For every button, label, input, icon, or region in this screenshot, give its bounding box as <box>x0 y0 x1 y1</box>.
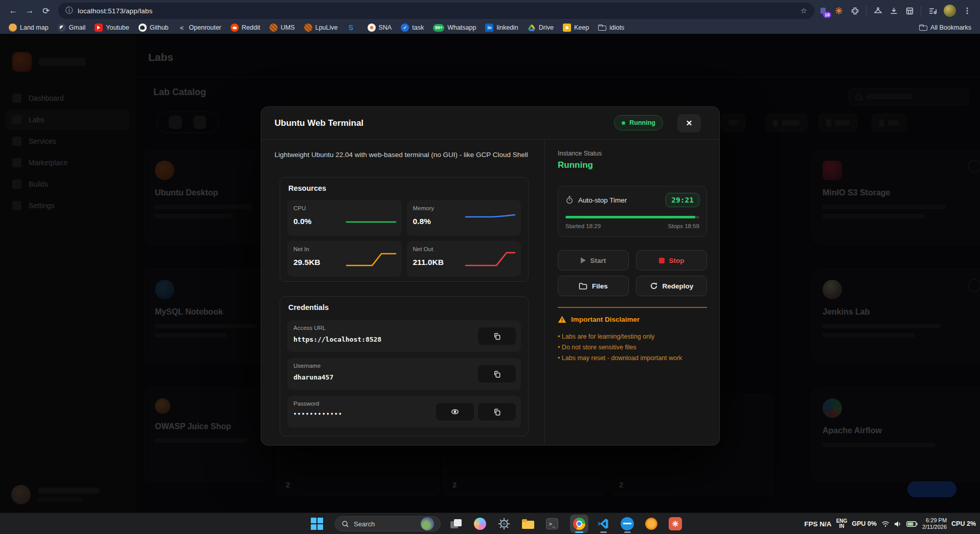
taskbar-search[interactable]: Search <box>335 516 441 531</box>
back-button[interactable]: ← <box>5 3 21 19</box>
bookmark-land-map[interactable]: Land map <box>4 23 53 33</box>
bookmark-gmail[interactable]: Gmail <box>53 23 90 33</box>
url-text[interactable]: localhost:5173/app/labs <box>78 7 152 15</box>
extensions-puzzle-icon[interactable] <box>850 6 859 15</box>
instance-status-label: Instance Status <box>558 150 602 157</box>
modal-title: Ubuntu Web Terminal <box>275 118 363 128</box>
bookmark-youtube[interactable]: Youtube <box>90 23 133 33</box>
profile-avatar[interactable] <box>944 5 956 17</box>
menu-dots-icon[interactable] <box>963 6 972 15</box>
reddit-favicon <box>231 24 239 32</box>
username-field: Username dharuna457 <box>287 358 521 390</box>
terminal-button[interactable]: >_ <box>541 513 563 534</box>
files-button[interactable]: Files <box>558 276 629 296</box>
credentials-panel: Credentials Access URL https://localhost… <box>280 296 529 436</box>
copy-url-button[interactable] <box>478 327 516 345</box>
play-icon <box>581 257 586 263</box>
drive-favicon <box>528 24 536 32</box>
copilot-button[interactable] <box>469 513 491 534</box>
task-view-button[interactable] <box>445 513 467 534</box>
address-bar[interactable]: ⓘ localhost:5173/app/labs ☆ <box>58 3 814 19</box>
bookmark-drive[interactable]: Drive <box>523 23 558 33</box>
show-password-button[interactable] <box>436 403 474 420</box>
search-icon <box>341 520 349 528</box>
resources-panel: Resources CPU 0.0% Memory 0.8% Net In <box>280 177 529 282</box>
search-highlight-image <box>421 517 434 530</box>
fps-overlay: FPS N/A <box>804 520 831 528</box>
s-favicon: S <box>347 24 355 32</box>
file-explorer-button[interactable] <box>517 513 539 534</box>
lab-instance-modal: Ubuntu Web Terminal Running ✕ Lightweigh… <box>261 106 720 446</box>
task-favicon <box>401 24 409 32</box>
bookmark-ums[interactable]: UMS <box>265 23 300 33</box>
media-playlist-icon[interactable] <box>928 6 937 15</box>
access-url-field: Access URL https://localhost:8528 <box>287 320 521 352</box>
starburst-extension-icon[interactable] <box>834 6 844 15</box>
hanger-extension-icon[interactable] <box>873 6 882 15</box>
modal-header: Ubuntu Web Terminal Running ✕ <box>261 107 719 140</box>
site-info-icon[interactable]: ⓘ <box>65 6 73 15</box>
disclaimer-title: Important Disclaimer <box>558 316 640 323</box>
chrome-icon <box>573 518 585 530</box>
disclaimer-bullet: • Do not store sensitive files <box>558 344 636 351</box>
bookmark-openrouter[interactable]: <Openrouter <box>173 23 226 33</box>
extension-badge: 18 <box>823 12 831 18</box>
browser-toolbar: ← → ⟳ ⓘ localhost:5173/app/labs ☆ 18 <box>0 0 980 21</box>
gpu-overlay: GPU 0% <box>852 520 877 527</box>
bookmark-reddit[interactable]: Reddit <box>226 23 265 33</box>
reload-button[interactable]: ⟳ <box>38 3 54 19</box>
download-icon[interactable] <box>889 6 898 15</box>
bookmark-whatsapp[interactable]: 99+Whatsapp <box>428 23 481 33</box>
sna-favicon <box>368 24 376 32</box>
bookmark-task[interactable]: task <box>396 23 428 33</box>
extension-icon[interactable]: 18 <box>818 6 828 15</box>
screen: ← → ⟳ ⓘ localhost:5173/app/labs ☆ 18 <box>0 0 980 534</box>
keep-favicon <box>563 24 571 32</box>
volume-icon[interactable] <box>894 521 902 527</box>
grid-extension-icon[interactable] <box>905 6 914 15</box>
all-bookmarks-button[interactable]: All Bookmarks <box>915 23 976 32</box>
forward-button[interactable]: → <box>21 3 38 19</box>
status-dot <box>622 121 625 125</box>
column-divider <box>544 140 545 445</box>
bookmark-lpulive[interactable]: LpuLive <box>300 23 343 33</box>
chrome-button[interactable] <box>570 515 588 533</box>
system-tray: FPS N/A ENGIN GPU 0% 6:29 PM2/11/2026 CP… <box>804 513 976 534</box>
bookmark-star-icon[interactable]: ☆ <box>801 6 807 15</box>
metric-net-out: Net Out 211.0KB <box>407 241 521 277</box>
bookmark-github[interactable]: Github <box>134 23 173 33</box>
starburst-app-button[interactable] <box>665 513 686 534</box>
copy-username-button[interactable] <box>478 365 516 383</box>
settings-button[interactable] <box>493 513 515 534</box>
stop-button[interactable]: Stop <box>636 250 707 271</box>
start-button[interactable] <box>306 513 328 534</box>
starburst-app-icon <box>669 517 682 530</box>
clock[interactable]: 6:29 PM2/11/2026 <box>922 517 947 530</box>
battery-icon[interactable] <box>906 521 918 527</box>
copy-password-button[interactable] <box>478 403 516 420</box>
bookmarks-bar: Land map Gmail Youtube Github <Openroute… <box>0 21 980 34</box>
language-indicator[interactable]: ENGIN <box>836 519 848 529</box>
extension-area: 18 <box>818 5 975 17</box>
redeploy-button[interactable]: Redeploy <box>636 276 707 296</box>
docker-button[interactable] <box>617 513 638 534</box>
auto-stop-timer-card: Auto-stop Timer 29:21 Started 18:29 Stop… <box>558 186 707 237</box>
bookmark-keep[interactable]: Keep <box>558 23 594 33</box>
memory-sparkline <box>465 208 516 229</box>
vscode-button[interactable] <box>592 513 614 534</box>
bookmark-s[interactable]: S <box>343 23 363 33</box>
start-button[interactable]: Start <box>558 250 629 271</box>
timer-value: 29:21 <box>666 193 699 207</box>
bookmark-sna[interactable]: SNA <box>363 23 397 33</box>
instance-actions: Start Stop Files Redeploy <box>558 250 707 296</box>
chrome-active-indicator <box>575 531 583 533</box>
bookmark-idiots-folder[interactable]: idiots <box>594 23 629 32</box>
close-button[interactable]: ✕ <box>677 114 701 132</box>
ums-favicon <box>269 24 278 32</box>
windows-taskbar: Search >_ FPS N/A ENGIN GPU 0% <box>0 513 980 534</box>
wifi-icon[interactable] <box>881 521 890 527</box>
net-in-sparkline <box>346 249 397 270</box>
bookmark-linkedin[interactable]: inlinkedin <box>481 23 522 33</box>
sun-app-button[interactable] <box>641 513 662 534</box>
disclaimer-bullet: • Labs may reset - download important wo… <box>558 354 682 362</box>
